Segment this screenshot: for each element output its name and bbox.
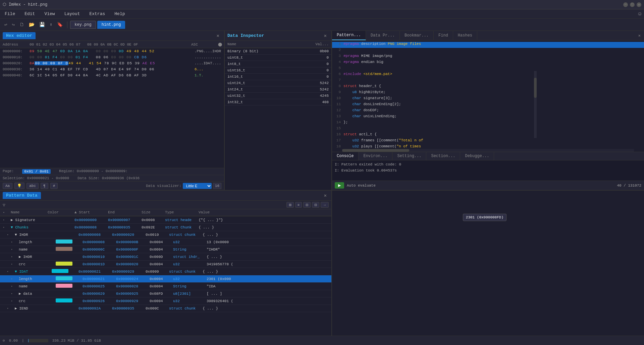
pt-row-name-idat[interactable]: ⋆ name 0x00000025 0x00000028 0x0004 Stri…	[0, 283, 331, 290]
filter-tool-arrow[interactable]: →	[321, 202, 329, 208]
pt-row-name-ihdr[interactable]: ⋆ name 0x0000000C 0x0000000F 0x0004 Stri…	[0, 246, 331, 253]
pt-row-iend[interactable]: ⋆ ▶ IEND 0x0000092A 0x00000935 0x000C st…	[0, 305, 331, 312]
para-tool[interactable]: ¶	[41, 183, 48, 189]
code-scrollbar-thumb[interactable]	[342, 149, 409, 152]
filter-tool-collapse[interactable]: ⊟	[303, 202, 311, 208]
pt-row-ihdr[interactable]: ⋆ ▼ IHDR 0x00000008 0x00000020 0x0019 st…	[0, 231, 331, 238]
pt-start-crc-idat: 0x00000926	[83, 299, 116, 303]
menu-edit[interactable]: Edit	[22, 11, 37, 17]
hex-row-0[interactable]: 00000000: 89 50 4E 47 0D 0A 1A 0A 00 00 …	[0, 48, 224, 54]
undo-icon[interactable]: ↩	[3, 21, 9, 28]
open-file-icon[interactable]: 📂	[27, 21, 36, 28]
app-icon: ⬡	[3, 2, 6, 7]
hex-rows[interactable]: 00000000: 89 50 4E 47 0D 0A 1A 0A 00 00 …	[0, 48, 224, 168]
menu-help[interactable]: Help	[112, 11, 127, 17]
star-idat[interactable]: ⋆	[7, 270, 15, 274]
star-chunks[interactable]: ⋆	[3, 225, 11, 229]
console-tab-debugge[interactable]: Debugge...	[460, 152, 494, 160]
star-name-ihdr[interactable]: ⋆	[11, 248, 19, 252]
pattern-data-close[interactable]: ✕	[322, 192, 329, 199]
inspector-scrollbar-thumb[interactable]	[534, 78, 537, 98]
star-crc-idat[interactable]: ⋆	[11, 299, 19, 303]
console-tab-section[interactable]: Section...	[426, 152, 460, 160]
pt-row-idat[interactable]: ⋆ ▼ IDAT 0x00000021 0x00000929 0x0909 st…	[0, 268, 331, 275]
line-content-16: struct actl_t {	[343, 132, 377, 136]
pt-row-chunks[interactable]: ⋆ ▼ Chunks 0x00000008 0x00000935 0x092E …	[0, 224, 331, 231]
hex-row-2[interactable]: 00000020: 8A00 00 00 8F D49 44 41 54 78 …	[0, 60, 224, 66]
redo-icon[interactable]: ↪	[10, 21, 16, 28]
insp-name-header: Name	[227, 42, 295, 46]
hex-row-3[interactable]: 00000030: 36 14 40 C1 4B EF 7F CD 4D 07 …	[0, 66, 224, 72]
tab-hint-png[interactable]: hint.png	[97, 21, 125, 29]
close-button[interactable]: ✕	[637, 2, 641, 7]
insp-row-binary[interactable]: Binary (8 bit) 0b00	[225, 48, 331, 55]
run-button[interactable]: ▶	[335, 182, 344, 189]
insp-name-int24: int24_t	[227, 87, 295, 91]
hex-editor-close[interactable]: ✕	[215, 32, 221, 39]
insp-row-uint8[interactable]: uint8_t 0	[225, 55, 331, 61]
insp-row-uint32[interactable]: uint32_t 4245	[225, 93, 331, 99]
console-tab-settings[interactable]: Setting...	[392, 152, 426, 160]
window-controls[interactable]: ─ □ ✕	[623, 2, 641, 7]
code-scrollbar[interactable]	[342, 149, 634, 152]
pt-value-data-idat: [ ... ]	[207, 292, 329, 296]
insp-row-int32[interactable]: int32_t 408	[225, 99, 331, 106]
pt-row-length-ihdr[interactable]: ⋆ length 0x00000008 0x0000000B 0x0004 u3…	[0, 238, 331, 246]
star-iend[interactable]: ⋆	[7, 306, 15, 310]
star-length-idat[interactable]: ⋆	[11, 277, 19, 281]
col-color-header: Color	[48, 210, 74, 215]
inspector-close[interactable]: ✕	[322, 32, 329, 39]
star-signature[interactable]: ⋆	[3, 218, 11, 222]
pt-row-crc-ihdr[interactable]: ⋆ crc 0x0000001D 0x00000020 0x0004 u32 3…	[0, 261, 331, 268]
menu-extras[interactable]: Extras	[87, 11, 107, 17]
insp-row-int24[interactable]: int24_t 5242	[225, 86, 331, 93]
pt-row-ihdr-sub[interactable]: ⋆ ▶ IHDR 0x00000010 0x0000001C 0x000D st…	[0, 253, 331, 261]
tab-key-png[interactable]: key.png	[70, 21, 96, 29]
pt-row-crc-idat[interactable]: ⋆ crc 0x00000926 0x00000929 0x0004 u32 3…	[0, 297, 331, 305]
insp-row-int8[interactable]: int8_t 0	[225, 61, 331, 67]
menu-view[interactable]: View	[42, 11, 57, 17]
maximize-button[interactable]: □	[630, 2, 635, 7]
code-line-11: 11 char dosLineEnding[2];	[332, 102, 644, 108]
tab-bookmar[interactable]: Bookmar...	[400, 31, 434, 40]
filter-tool-expand[interactable]: ⊟	[312, 202, 319, 208]
star-data-idat[interactable]: ⋆	[11, 292, 19, 296]
hex-ascii-0: .PNG....IHDR	[195, 49, 221, 53]
pattern-close[interactable]: ✕	[635, 32, 644, 40]
upload-icon[interactable]: ⬆	[48, 21, 54, 28]
pt-row-data-idat[interactable]: ⋆ ▶ data 0x00000029 0x00000925 0x08FD u8…	[0, 290, 331, 297]
minimize-button[interactable]: ─	[623, 2, 628, 7]
save-icon[interactable]: 💾	[38, 21, 47, 28]
tab-pattern[interactable]: Pattern...	[332, 31, 366, 40]
pt-row-signature[interactable]: ⋆ ▶ Signature 0x00000000 0x00000007 0x00…	[0, 216, 331, 224]
insp-row-uint24[interactable]: uint24_t 5242	[225, 80, 331, 86]
star-ihdr[interactable]: ⋆	[7, 233, 15, 237]
pt-type-length-ihdr: u32	[173, 240, 207, 244]
new-file-icon[interactable]: 🗋	[18, 21, 26, 28]
menu-file[interactable]: File	[3, 11, 17, 17]
inspector-scrollbar[interactable]	[534, 71, 537, 138]
star-name-idat[interactable]: ⋆	[11, 284, 19, 288]
filter-tool-grid[interactable]: ⊞	[286, 202, 294, 208]
font-tool[interactable]: Aa	[3, 183, 12, 189]
menu-layout[interactable]: Layout	[62, 11, 82, 17]
insp-row-uint16[interactable]: uint16_t 0	[225, 67, 331, 74]
tab-find[interactable]: Find	[434, 31, 453, 40]
tab-hashes[interactable]: Hashes	[453, 31, 477, 40]
console-tab-console[interactable]: Console	[332, 152, 359, 160]
tab-data-pr[interactable]: Data Pr...	[366, 31, 400, 40]
console-tab-environ[interactable]: Environ...	[359, 152, 392, 160]
insp-row-int16[interactable]: int16_t 0	[225, 74, 331, 80]
star-ihdr-sub[interactable]: ⋆	[11, 255, 19, 259]
viz-dropdown[interactable]: Little E Big Endian	[183, 183, 212, 189]
hex-row-1[interactable]: 00000010: 00 00 01 F4 00 00 01 F4 08 06 …	[0, 54, 224, 60]
bulb-tool[interactable]: 💡	[14, 183, 24, 189]
text-tool[interactable]: abc	[26, 183, 39, 189]
star-length-ihdr[interactable]: ⋆	[11, 240, 19, 244]
pt-row-length-idat[interactable]: ⋆ length 0x00000021 0x00000024 0x0004 u3…	[0, 275, 331, 283]
hash-tool[interactable]: #	[50, 183, 58, 189]
hex-row-4[interactable]: 00000040: 6C 1C 54 05 6F D0 44 8A 4C AD …	[0, 72, 224, 78]
star-crc-ihdr[interactable]: ⋆	[11, 262, 19, 266]
filter-tool-list[interactable]: ≡	[295, 202, 302, 208]
bookmark-icon[interactable]: 🔖	[55, 21, 64, 28]
